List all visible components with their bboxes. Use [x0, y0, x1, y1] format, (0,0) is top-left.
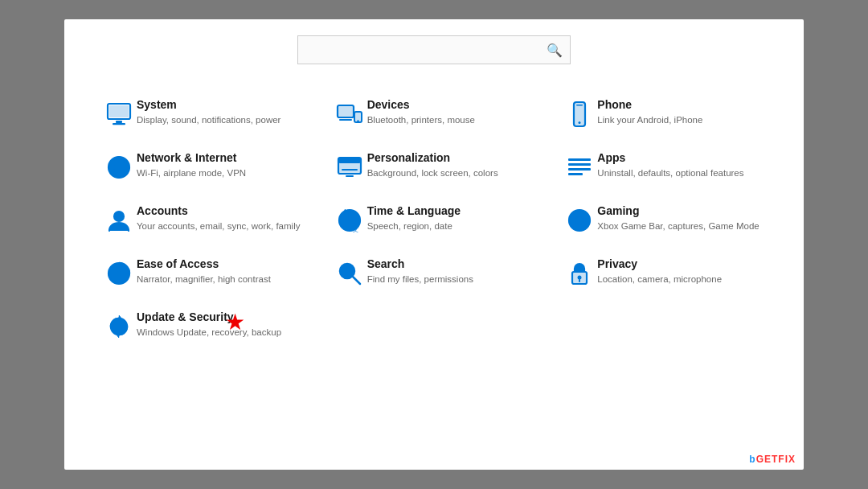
system-text: SystemDisplay, sound, notifications, pow…: [137, 98, 280, 126]
svg-rect-18: [342, 169, 358, 171]
time-text: Time & LanguageSpeech, region, date: [367, 204, 461, 232]
grid-item-system[interactable]: SystemDisplay, sound, notifications, pow…: [88, 87, 319, 140]
ease-icon: [101, 259, 137, 288]
system-icon: [101, 100, 137, 129]
phone-desc: Link your Android, iPhone: [597, 113, 702, 126]
phone-icon: [562, 100, 597, 129]
grid-item-apps[interactable]: AppsUninstall, defaults, optional featur…: [549, 140, 780, 193]
svg-rect-1: [116, 121, 122, 123]
apps-icon: [562, 153, 597, 182]
update-icon: [101, 312, 137, 341]
accounts-icon: [101, 206, 137, 235]
update-text: Update & SecurityWindows Update, recover…: [137, 310, 281, 339]
search-desc: Find my files, permissions: [367, 273, 473, 286]
time-icon: A 文: [332, 206, 367, 235]
phone-title: Phone: [597, 98, 702, 111]
watermark-text: GETFIX: [756, 454, 796, 465]
svg-line-41: [353, 277, 360, 284]
system-desc: Display, sound, notifications, power: [137, 113, 280, 126]
gaming-desc: Xbox Game Bar, captures, Game Mode: [597, 220, 759, 232]
grid-item-gaming[interactable]: GamingXbox Game Bar, captures, Game Mode: [549, 193, 780, 246]
grid-item-privacy[interactable]: PrivacyLocation, camera, microphone: [549, 246, 780, 299]
system-title: System: [137, 98, 280, 111]
svg-rect-3: [109, 105, 129, 117]
grid-item-ease[interactable]: Ease of AccessNarrator, magnifier, high …: [88, 246, 319, 299]
privacy-text: PrivacyLocation, camera, microphone: [597, 257, 722, 286]
update-title: Update & Security: [137, 310, 281, 323]
search-input[interactable]: [297, 35, 571, 64]
grid-item-time[interactable]: A 文 Time & LanguageSpeech, region, date: [319, 193, 550, 246]
search-icon: 🔍: [547, 43, 563, 58]
personalization-title: Personalization: [367, 151, 498, 164]
gaming-text: GamingXbox Game Bar, captures, Game Mode: [597, 204, 759, 232]
personalization-icon: [332, 153, 367, 182]
grid-item-personalization[interactable]: PersonalizationBackground, lock screen, …: [319, 140, 550, 193]
svg-rect-20: [568, 158, 591, 161]
svg-point-6: [357, 120, 358, 121]
settings-grid: SystemDisplay, sound, notifications, pow…: [88, 87, 780, 352]
grid-item-phone[interactable]: PhoneLink your Android, iPhone: [549, 87, 780, 140]
svg-rect-21: [568, 163, 591, 166]
svg-point-24: [114, 212, 124, 221]
svg-text:文: 文: [353, 227, 358, 232]
svg-rect-7: [339, 119, 352, 121]
apps-desc: Uninstall, defaults, optional features: [597, 166, 743, 179]
svg-rect-19: [346, 175, 354, 177]
phone-text: PhoneLink your Android, iPhone: [597, 98, 702, 126]
svg-point-37: [117, 271, 121, 276]
svg-rect-17: [338, 158, 361, 163]
grid-item-devices[interactable]: DevicesBluetooth, printers, mouse: [319, 87, 550, 140]
apps-title: Apps: [597, 151, 743, 164]
watermark: bGETFIX: [749, 454, 796, 465]
watermark-b: b: [749, 454, 755, 465]
ease-desc: Narrator, magnifier, high contrast: [137, 273, 271, 286]
accounts-text: AccountsYour accounts, email, sync, work…: [137, 204, 300, 232]
privacy-desc: Location, camera, microphone: [597, 273, 722, 286]
grid-item-search[interactable]: SearchFind my files, permissions: [319, 246, 550, 299]
personalization-desc: Background, lock screen, colors: [367, 166, 498, 179]
svg-point-31: [575, 216, 583, 224]
devices-icon: [332, 100, 367, 129]
time-desc: Speech, region, date: [367, 220, 461, 232]
gaming-icon: [562, 206, 597, 235]
network-icon: [101, 153, 137, 182]
privacy-title: Privacy: [597, 257, 722, 270]
devices-desc: Bluetooth, printers, mouse: [367, 113, 475, 126]
svg-rect-2: [113, 123, 125, 125]
svg-rect-4: [338, 105, 354, 117]
svg-rect-22: [568, 168, 591, 171]
grid-item-accounts[interactable]: AccountsYour accounts, email, sync, work…: [88, 193, 319, 246]
network-text: Network & InternetWi-Fi, airplane mode, …: [137, 151, 246, 179]
privacy-icon: [562, 259, 597, 288]
search-bar-wrapper: 🔍: [297, 35, 571, 64]
search-title: Search: [367, 257, 473, 270]
svg-rect-23: [568, 173, 583, 175]
accounts-desc: Your accounts, email, sync, work, family: [137, 220, 300, 232]
search-text: SearchFind my files, permissions: [367, 257, 473, 286]
accounts-title: Accounts: [137, 204, 300, 217]
grid-item-update[interactable]: Update & SecurityWindows Update, recover…: [88, 299, 319, 352]
devices-text: DevicesBluetooth, printers, mouse: [367, 98, 475, 126]
svg-text:A: A: [343, 208, 347, 214]
personalization-text: PersonalizationBackground, lock screen, …: [367, 151, 498, 179]
ease-text: Ease of AccessNarrator, magnifier, high …: [137, 257, 271, 286]
settings-window: 🔍 SystemDisplay, sound, notifications, p…: [64, 19, 804, 470]
update-desc: Windows Update, recovery, backup: [137, 326, 281, 339]
network-title: Network & Internet: [137, 151, 246, 164]
apps-text: AppsUninstall, defaults, optional featur…: [597, 151, 743, 179]
search-icon: [332, 259, 367, 288]
svg-point-9: [579, 121, 581, 124]
grid-item-network[interactable]: Network & InternetWi-Fi, airplane mode, …: [88, 140, 319, 193]
gaming-title: Gaming: [597, 204, 759, 217]
ease-title: Ease of Access: [137, 257, 271, 270]
devices-title: Devices: [367, 98, 475, 111]
network-desc: Wi-Fi, airplane mode, VPN: [137, 166, 246, 179]
time-title: Time & Language: [367, 204, 461, 217]
svg-rect-10: [576, 105, 583, 106]
